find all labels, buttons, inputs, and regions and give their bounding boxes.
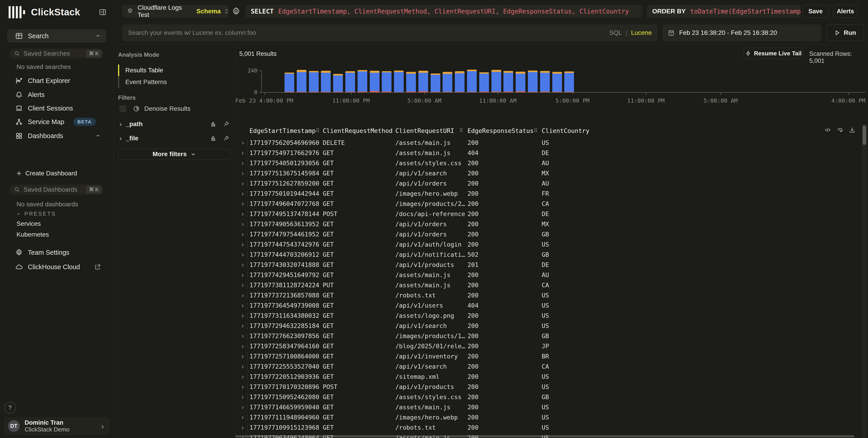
expand-row-icon[interactable]: ›	[238, 363, 247, 370]
table-row[interactable]: › 1771977294632285184 GET /api/v1/search…	[238, 321, 848, 331]
collapse-sidebar-icon[interactable]	[99, 8, 106, 16]
expand-row-icon[interactable]: ›	[238, 424, 247, 432]
expand-row-icon[interactable]: ›	[238, 159, 247, 167]
expand-row-icon[interactable]: ›	[238, 230, 247, 238]
order-by-editor[interactable]: ORDER BY toDateTime(EdgeStartTimestamp /	[647, 5, 801, 18]
events-histogram[interactable]: 240 0	[235, 44, 868, 93]
sidebar-item-chart-explorer[interactable]: Chart Explorer	[7, 74, 106, 87]
horizontal-scrollbar[interactable]	[235, 435, 855, 437]
sidebar-item-search[interactable]: Search	[7, 29, 106, 42]
expand-row-icon[interactable]: ›	[238, 373, 247, 380]
table-row[interactable]: › 1771977444703206912 GET /api/v1/notifi…	[238, 249, 848, 260]
expand-row-icon[interactable]: ›	[238, 261, 247, 269]
expand-row-icon[interactable]: ›	[238, 220, 247, 228]
user-menu[interactable]: DT Dominic Tran ClickStack Demo ›	[4, 417, 109, 435]
expand-row-icon[interactable]: ›	[238, 302, 247, 309]
query-language-toggle[interactable]: SQL | Lucene	[609, 29, 652, 37]
sidebar-item-alerts[interactable]: Alerts	[7, 88, 106, 101]
alerts-button[interactable]: Alerts	[833, 5, 858, 18]
table-row[interactable]: › 1771977276623097856 GET /images/produc…	[238, 331, 848, 341]
expand-row-icon[interactable]: ›	[238, 383, 247, 391]
saved-searches-search[interactable]: ⌘ K	[9, 48, 103, 59]
mode-results-table[interactable]: Results Table	[125, 66, 163, 75]
saved-dashboards-search[interactable]: ⌘ K	[9, 184, 103, 195]
lucene-toggle[interactable]: Lucene	[631, 29, 652, 36]
table-row[interactable]: › 1771977372136857088 GET /robots.txt 20…	[238, 290, 848, 300]
expand-row-icon[interactable]: ›	[238, 312, 247, 319]
sidebar-item-clickhouse-cloud[interactable]: ClickHouse Cloud	[7, 260, 106, 273]
table-row[interactable]: › 1771977496047072768 GET /images/produc…	[238, 199, 848, 209]
more-filters-button[interactable]: More filters	[118, 149, 231, 160]
table-row[interactable]: › 1771977150952462080 GET /assets/styles…	[238, 392, 848, 402]
expand-row-icon[interactable]: ›	[238, 413, 247, 421]
scrollbar-thumb[interactable]	[863, 126, 866, 145]
table-row[interactable]: › 1771977109915123968 GET /robots.txt 20…	[238, 423, 848, 433]
table-row[interactable]: › 1771977257100864000 GET /api/v1/invent…	[238, 351, 848, 361]
expand-row-icon[interactable]: ›	[238, 403, 247, 411]
filter-field-path[interactable]: › _path	[119, 119, 230, 129]
table-row[interactable]: › 1771977364549739008 GET /api/v1/users …	[238, 300, 848, 310]
table-row[interactable]: › 1771977429451649792 GET /assets/main.j…	[238, 270, 848, 280]
save-button[interactable]: Save	[802, 5, 829, 18]
pin-icon[interactable]	[223, 135, 229, 141]
column-header[interactable]: EdgeStartTimestamp⠿	[247, 127, 321, 134]
table-row[interactable]: › 1771977146659959040 GET /assets/main.j…	[238, 402, 848, 412]
table-row[interactable]: › 1771977495137478144 POST /docs/api-ref…	[238, 209, 848, 219]
expand-row-icon[interactable]: ›	[238, 271, 247, 279]
table-row[interactable]: › 1771977549717662976 GET /assets/main.j…	[238, 148, 848, 158]
sidebar-item-client-sessions[interactable]: Client Sessions	[7, 102, 106, 115]
denoise-results-toggle[interactable]: Denoise Results	[119, 105, 190, 112]
column-drag-handle[interactable]: ⠿	[459, 128, 463, 134]
expand-row-icon[interactable]: ›	[238, 352, 247, 360]
bar-chart-icon[interactable]	[210, 121, 217, 127]
preset-kubernetes[interactable]: Kubernetes	[17, 231, 49, 238]
expand-row-icon[interactable]: ›	[238, 250, 247, 259]
gear-icon[interactable]	[231, 7, 241, 16]
expand-row-icon[interactable]: ›	[238, 149, 247, 157]
expand-row-icon[interactable]: ›	[238, 200, 247, 208]
table-row[interactable]: › 1771977258347964160 GET /blog/2025/01/…	[238, 341, 848, 351]
table-row[interactable]: › 1771977490563613952 GET /api/v1/orders…	[238, 219, 848, 229]
table-row[interactable]: › 1771977220512903936 GET /sitemap.xml 2…	[238, 372, 848, 382]
table-row[interactable]: › 1771977311634380032 GET /assets/logo.p…	[238, 310, 848, 321]
expand-row-icon[interactable]: ›	[238, 179, 247, 188]
run-button[interactable]: Run	[827, 25, 864, 41]
vertical-scrollbar[interactable]	[862, 124, 867, 438]
event-search-box[interactable]: SQL | Lucene	[122, 25, 658, 41]
table-row[interactable]: › 1771977479754461952 GET /api/v1/orders…	[238, 229, 848, 239]
expand-row-icon[interactable]: ›	[238, 190, 247, 198]
table-row[interactable]: › 1771977225553527040 GET /api/v1/search…	[238, 361, 848, 372]
help-button[interactable]: ?	[4, 402, 16, 413]
select-clause-editor[interactable]: SELECT EdgeStartTimestamp, ClientRequest…	[245, 5, 642, 18]
saved-searches-input[interactable]	[24, 50, 86, 57]
presets-section-toggle[interactable]: PRESETS	[16, 211, 56, 217]
expand-row-icon[interactable]: ›	[238, 291, 247, 299]
table-row[interactable]: › 1771977540501293056 GET /assets/styles…	[238, 158, 848, 168]
table-row[interactable]: › 1771977111948904960 GET /images/hero.w…	[238, 412, 848, 423]
expand-row-icon[interactable]: ›	[238, 342, 247, 350]
expand-row-icon[interactable]: ›	[238, 240, 247, 248]
column-drag-handle[interactable]: ⠿	[316, 128, 320, 134]
column-header[interactable]: ClientRequestURI⠿	[393, 127, 465, 134]
column-drag-handle[interactable]: ⠿	[534, 128, 538, 134]
create-dashboard-button[interactable]: Create Dashboard	[7, 167, 106, 180]
table-row[interactable]: › 1771977381128724224 PUT /assets/main.j…	[238, 280, 848, 290]
table-row[interactable]: › 1771977447543742976 GET /api/v1/auth/l…	[238, 239, 848, 249]
table-row[interactable]: › 1771977170170320896 POST /api/v1/produ…	[238, 382, 848, 392]
event-search-input[interactable]	[128, 29, 609, 36]
filter-field-file[interactable]: › _file	[119, 133, 230, 143]
denoise-checkbox[interactable]	[119, 105, 126, 112]
sql-toggle[interactable]: SQL	[609, 29, 622, 36]
table-row[interactable]: › 1771977430320741888 GET /api/v1/produc…	[238, 260, 848, 270]
table-row[interactable]: › 1771977513675145984 GET /api/v1/search…	[238, 168, 848, 178]
saved-dashboards-input[interactable]	[24, 186, 86, 193]
column-header[interactable]: EdgeResponseStatus⠿	[465, 127, 539, 134]
sidebar-item-team-settings[interactable]: Team Settings	[7, 246, 106, 259]
download-icon[interactable]	[849, 127, 855, 133]
schema-label[interactable]: Schema	[196, 8, 221, 15]
expand-row-icon[interactable]: ›	[238, 139, 247, 147]
time-range-picker[interactable]: Feb 23 16:38:20 - Feb 25 16:38:20	[662, 25, 821, 41]
expand-row-icon[interactable]: ›	[238, 210, 247, 218]
preset-services[interactable]: Services	[17, 220, 41, 227]
bar-chart-icon[interactable]	[210, 135, 217, 141]
